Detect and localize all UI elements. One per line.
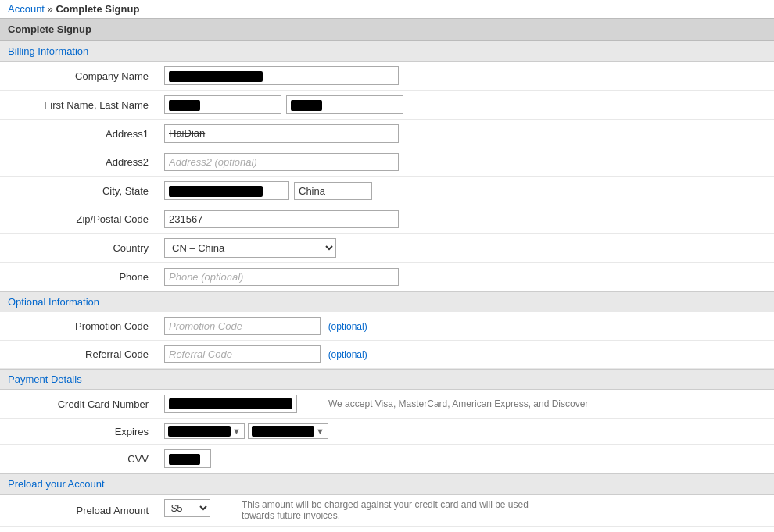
last-name-field-box bbox=[286, 95, 403, 114]
promotion-code-label: Promotion Code bbox=[0, 312, 156, 341]
credit-card-label: Credit Card Number bbox=[0, 390, 156, 419]
referral-code-optional: (optional) bbox=[328, 349, 367, 360]
company-name-row: Company Name bbox=[0, 62, 774, 91]
preload-amount-label: Preload Amount bbox=[0, 495, 156, 527]
name-row: First Name, Last Name bbox=[0, 91, 774, 120]
address1-label: Address1 bbox=[0, 120, 156, 148]
company-name-label: Company Name bbox=[0, 62, 156, 91]
preload-amount-cell: $5 $10 $25 $50 $100 This amount will be … bbox=[156, 495, 774, 527]
expires-year-arrow: ▼ bbox=[316, 427, 324, 436]
phone-row: Phone bbox=[0, 263, 774, 291]
referral-code-input[interactable] bbox=[164, 345, 321, 363]
zip-label: Zip/Postal Code bbox=[0, 205, 156, 234]
optional-form: Promotion Code (optional) Referral Code … bbox=[0, 312, 774, 369]
billing-subsection-header: Billing Information bbox=[0, 41, 774, 62]
address1-row: Address1 HaiDian bbox=[0, 120, 774, 148]
referral-code-cell: (optional) bbox=[156, 341, 774, 369]
company-name-redacted bbox=[169, 71, 263, 82]
billing-header-label: Billing Information bbox=[8, 45, 88, 57]
cvv-field-box bbox=[164, 449, 211, 468]
first-name-field-box bbox=[164, 95, 281, 114]
optional-header-label: Optional Information bbox=[8, 296, 99, 308]
expires-year-box: ▼ bbox=[248, 423, 328, 439]
address2-row: Address2 bbox=[0, 148, 774, 177]
address1-cell: HaiDian bbox=[156, 120, 774, 148]
preload-note-text: This amount will be charged against your… bbox=[242, 499, 554, 521]
name-label: First Name, Last Name bbox=[0, 91, 156, 120]
phone-label: Phone bbox=[0, 263, 156, 291]
expires-row: Expires ▼ ▼ bbox=[0, 419, 774, 445]
expires-year-redacted bbox=[252, 426, 314, 437]
cvv-cell bbox=[156, 445, 774, 473]
referral-code-row: Referral Code (optional) bbox=[0, 341, 774, 369]
address2-cell bbox=[156, 148, 774, 177]
main-section-header: Complete Signup bbox=[0, 18, 774, 41]
cvv-row: CVV bbox=[0, 445, 774, 473]
city-state-label: City, State bbox=[0, 177, 156, 205]
payment-subsection-header: Payment Details bbox=[0, 369, 774, 390]
accepted-cards-text: We accept Visa, MasterCard, American Exp… bbox=[328, 398, 588, 409]
city-field-box bbox=[164, 181, 289, 200]
company-name-field-box bbox=[164, 66, 399, 85]
page-title: Complete Signup bbox=[56, 3, 139, 15]
address1-field-box: HaiDian bbox=[164, 124, 399, 143]
country-select[interactable]: CN – China bbox=[164, 238, 336, 258]
promotion-code-input[interactable] bbox=[164, 317, 321, 335]
country-cell: CN – China bbox=[156, 234, 774, 263]
promotion-code-optional: (optional) bbox=[328, 321, 367, 332]
referral-code-label: Referral Code bbox=[0, 341, 156, 369]
preload-form: Preload Amount $5 $10 $25 $50 $100 This … bbox=[0, 495, 774, 527]
preload-subsection-header: Preload your Account bbox=[0, 473, 774, 495]
expires-month-redacted bbox=[168, 426, 231, 437]
address2-input[interactable] bbox=[164, 153, 399, 171]
company-name-cell bbox=[156, 62, 774, 91]
cvv-label: CVV bbox=[0, 445, 156, 473]
state-input[interactable]: China bbox=[294, 182, 372, 200]
country-label: Country bbox=[0, 234, 156, 263]
preload-header-label: Preload your Account bbox=[8, 478, 105, 490]
expires-label: Expires bbox=[0, 419, 156, 445]
credit-card-row: Credit Card Number We accept Visa, Maste… bbox=[0, 390, 774, 419]
city-redacted bbox=[169, 186, 263, 197]
city-state-row: City, State China bbox=[0, 177, 774, 205]
promotion-code-cell: (optional) bbox=[156, 312, 774, 341]
country-row: Country CN – China bbox=[0, 234, 774, 263]
expires-cell: ▼ ▼ bbox=[156, 419, 774, 445]
payment-header-label: Payment Details bbox=[8, 373, 82, 385]
phone-input[interactable] bbox=[164, 268, 399, 286]
last-name-redacted bbox=[291, 100, 322, 111]
account-link[interactable]: Account bbox=[8, 3, 45, 15]
preload-amount-select[interactable]: $5 $10 $25 $50 $100 bbox=[164, 499, 210, 517]
breadcrumb-separator: » bbox=[48, 3, 56, 15]
city-state-cell: China bbox=[156, 177, 774, 205]
address1-value: HaiDian bbox=[169, 127, 205, 139]
name-cell bbox=[156, 91, 774, 120]
credit-card-field-box bbox=[164, 395, 297, 413]
optional-subsection-header: Optional Information bbox=[0, 291, 774, 312]
credit-card-cell: We accept Visa, MasterCard, American Exp… bbox=[156, 390, 774, 419]
address2-label: Address2 bbox=[0, 148, 156, 177]
zip-input[interactable]: 231567 bbox=[164, 210, 399, 228]
cvv-redacted bbox=[169, 454, 200, 465]
promotion-code-row: Promotion Code (optional) bbox=[0, 312, 774, 341]
breadcrumb: Account » Complete Signup bbox=[0, 0, 774, 18]
billing-form: Company Name First Name, Last Name Addre… bbox=[0, 62, 774, 291]
phone-cell bbox=[156, 263, 774, 291]
first-name-redacted bbox=[169, 100, 200, 111]
expires-month-box: ▼ bbox=[164, 423, 245, 439]
preload-amount-row: Preload Amount $5 $10 $25 $50 $100 This … bbox=[0, 495, 774, 527]
zip-cell: 231567 bbox=[156, 205, 774, 234]
payment-form: Credit Card Number We accept Visa, Maste… bbox=[0, 390, 774, 473]
zip-row: Zip/Postal Code 231567 bbox=[0, 205, 774, 234]
expires-dropdown-arrow: ▼ bbox=[232, 427, 241, 436]
